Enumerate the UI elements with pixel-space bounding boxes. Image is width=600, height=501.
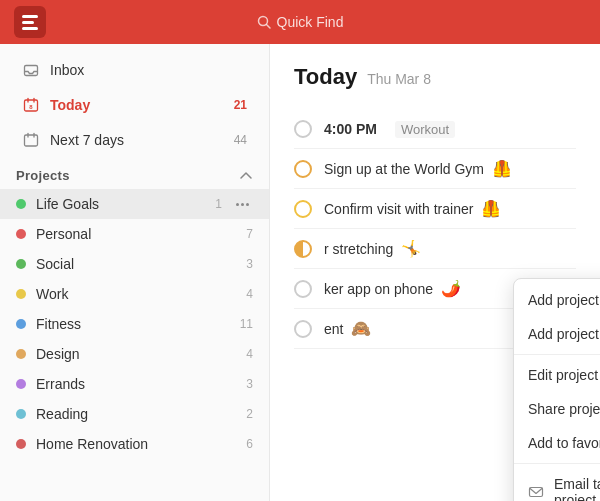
task-text: r stretching 🤸 bbox=[324, 239, 576, 258]
today-count: 21 bbox=[234, 98, 247, 112]
project-list: ⠿ Life Goals 1 ⠿ Personal 7 ⠿ Social bbox=[0, 189, 269, 459]
context-menu-edit[interactable]: Edit project bbox=[514, 358, 600, 392]
search-icon bbox=[257, 15, 271, 29]
context-menu-label: Share project bbox=[528, 401, 600, 417]
context-menu-label: Edit project bbox=[528, 367, 598, 383]
app-logo[interactable] bbox=[14, 6, 46, 38]
context-menu-label: Add project above bbox=[528, 292, 600, 308]
project-count: 6 bbox=[246, 437, 253, 451]
project-name: Fitness bbox=[36, 316, 230, 332]
projects-title: Projects bbox=[16, 168, 70, 183]
task-circle[interactable] bbox=[294, 200, 312, 218]
task-text: Confirm visit with trainer 🦺 bbox=[324, 199, 576, 218]
project-dot bbox=[16, 259, 26, 269]
quick-find-button[interactable]: Quick Find bbox=[257, 14, 344, 30]
task-item-sign-up: Sign up at the World Gym 🦺 bbox=[294, 149, 576, 189]
sidebar-item-work[interactable]: ⠿ Work 4 bbox=[0, 279, 269, 309]
task-circle[interactable] bbox=[294, 120, 312, 138]
next7-count: 44 bbox=[234, 133, 247, 147]
main-content: Today Thu Mar 8 4:00 PM Workout Sign up … bbox=[270, 44, 600, 501]
main-header: Today Thu Mar 8 bbox=[294, 64, 576, 90]
svg-text:8: 8 bbox=[29, 104, 33, 110]
sidebar-item-life-goals[interactable]: ⠿ Life Goals 1 bbox=[0, 189, 269, 219]
task-circle[interactable] bbox=[294, 280, 312, 298]
context-menu-divider bbox=[514, 354, 600, 355]
project-name: Work bbox=[36, 286, 236, 302]
project-count: 4 bbox=[246, 287, 253, 301]
task-emoji: 🙈 bbox=[351, 320, 371, 337]
app-header: Quick Find bbox=[0, 0, 600, 44]
projects-collapse-icon[interactable] bbox=[239, 169, 253, 183]
sidebar-item-fitness[interactable]: ⠿ Fitness 11 bbox=[0, 309, 269, 339]
today-label: Today bbox=[50, 97, 90, 113]
project-dot bbox=[16, 379, 26, 389]
project-count: 3 bbox=[246, 257, 253, 271]
project-dot bbox=[16, 409, 26, 419]
envelope-icon bbox=[528, 484, 544, 500]
project-dot bbox=[16, 199, 26, 209]
task-item-workout: 4:00 PM Workout bbox=[294, 110, 576, 149]
sidebar: Inbox 8 Today 21 bbox=[0, 44, 270, 501]
sidebar-item-personal[interactable]: ⠿ Personal 7 bbox=[0, 219, 269, 249]
project-name: Life Goals bbox=[36, 196, 205, 212]
project-count: 4 bbox=[246, 347, 253, 361]
svg-rect-10 bbox=[530, 488, 543, 497]
task-time: 4:00 PM bbox=[324, 121, 379, 137]
context-menu-share[interactable]: Share project bbox=[514, 392, 600, 426]
main-title: Today bbox=[294, 64, 357, 90]
sidebar-item-design[interactable]: ⠿ Design 4 bbox=[0, 339, 269, 369]
svg-rect-7 bbox=[25, 135, 38, 146]
context-menu-label: Add project below bbox=[528, 326, 600, 342]
sidebar-item-inbox[interactable]: Inbox bbox=[6, 53, 263, 87]
sidebar-item-social[interactable]: ⠿ Social 3 bbox=[0, 249, 269, 279]
sidebar-item-reading[interactable]: ⠿ Reading 2 bbox=[0, 399, 269, 429]
context-menu-label: Email tasks to this project bbox=[554, 476, 600, 501]
project-name: Home Renovation bbox=[36, 436, 236, 452]
project-dot bbox=[16, 439, 26, 449]
project-dot bbox=[16, 319, 26, 329]
project-more-button[interactable] bbox=[232, 201, 253, 208]
task-item-stretching: r stretching 🤸 bbox=[294, 229, 576, 269]
inbox-label: Inbox bbox=[50, 62, 84, 78]
inbox-icon bbox=[22, 61, 40, 79]
context-menu-add-below[interactable]: Add project below bbox=[514, 317, 600, 351]
projects-section-header: Projects bbox=[0, 158, 269, 189]
project-dot bbox=[16, 289, 26, 299]
next7-icon bbox=[22, 131, 40, 149]
sidebar-item-next7[interactable]: Next 7 days 44 bbox=[6, 123, 263, 157]
quick-find-label: Quick Find bbox=[277, 14, 344, 30]
task-emoji: 🦺 bbox=[492, 160, 512, 177]
task-circle[interactable] bbox=[294, 240, 312, 258]
sidebar-item-today[interactable]: 8 Today 21 bbox=[6, 88, 263, 122]
task-item-confirm-visit: Confirm visit with trainer 🦺 bbox=[294, 189, 576, 229]
task-tag: Workout bbox=[395, 121, 455, 138]
project-name: Reading bbox=[36, 406, 236, 422]
svg-line-1 bbox=[266, 25, 270, 29]
task-text: Sign up at the World Gym 🦺 bbox=[324, 159, 576, 178]
task-emoji: 🌶️ bbox=[441, 280, 461, 297]
context-menu-email[interactable]: Email tasks to this project bbox=[514, 467, 600, 501]
context-menu: Add project above Add project below Edit… bbox=[513, 278, 600, 501]
context-menu-label: Add to favorites bbox=[528, 435, 600, 451]
project-name: Personal bbox=[36, 226, 236, 242]
task-emoji: 🦺 bbox=[481, 200, 501, 217]
project-count: 7 bbox=[246, 227, 253, 241]
project-count: 3 bbox=[246, 377, 253, 391]
project-name: Errands bbox=[36, 376, 236, 392]
project-dot bbox=[16, 229, 26, 239]
today-icon: 8 bbox=[22, 96, 40, 114]
context-menu-add-above[interactable]: Add project above bbox=[514, 283, 600, 317]
sidebar-item-home-renovation[interactable]: ⠿ Home Renovation 6 bbox=[0, 429, 269, 459]
project-count: 1 bbox=[215, 197, 222, 211]
project-count: 2 bbox=[246, 407, 253, 421]
task-circle[interactable] bbox=[294, 160, 312, 178]
project-name: Design bbox=[36, 346, 236, 362]
project-dot bbox=[16, 349, 26, 359]
task-emoji: 🤸 bbox=[401, 240, 421, 257]
project-name: Social bbox=[36, 256, 236, 272]
project-count: 11 bbox=[240, 317, 253, 331]
task-circle[interactable] bbox=[294, 320, 312, 338]
context-menu-favorites[interactable]: Add to favorites bbox=[514, 426, 600, 460]
main-date: Thu Mar 8 bbox=[367, 71, 431, 87]
sidebar-item-errands[interactable]: ⠿ Errands 3 bbox=[0, 369, 269, 399]
